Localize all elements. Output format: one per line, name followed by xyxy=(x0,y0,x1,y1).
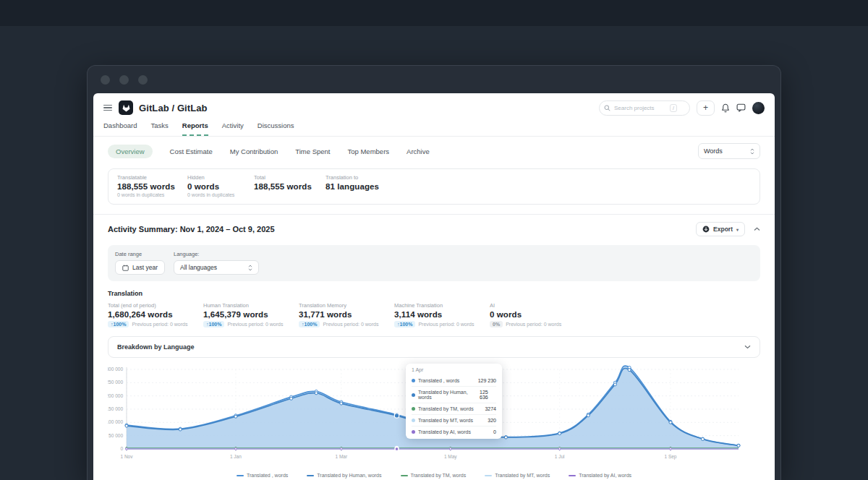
search-shortcut-key: / xyxy=(670,104,677,112)
stat-value: 3,114 words xyxy=(394,310,490,319)
export-button[interactable]: Export ▾ xyxy=(696,222,745,236)
stat-sub: 0 words in duplicates xyxy=(117,192,187,198)
report-subtabs-row: Overview Cost Estimate My Contribution T… xyxy=(93,137,775,159)
activity-summary-header: Activity Summary: Nov 1, 2024 – Oct 9, 2… xyxy=(93,215,775,236)
translation-stats-section: Translation Total (end of period) 1,680,… xyxy=(93,281,775,327)
stat-value: 1,680,264 words xyxy=(108,310,203,319)
messages-button[interactable] xyxy=(736,103,746,112)
updown-chevron-icon xyxy=(750,148,754,155)
tooltip-label: Translated by MT, words xyxy=(418,418,473,423)
notifications-button[interactable] xyxy=(721,103,730,113)
search-input[interactable] xyxy=(614,105,666,111)
tooltip-label: Translated , words xyxy=(418,378,459,383)
unit-select-value: Words xyxy=(704,147,723,155)
breakdown-by-language-card[interactable]: Breakdown by Language xyxy=(108,336,760,358)
stat-label: Hidden xyxy=(187,174,254,181)
menu-icon[interactable] xyxy=(103,105,112,111)
series-dot xyxy=(412,379,415,382)
activity-summary-title: Activity Summary: Nov 1, 2024 – Oct 9, 2… xyxy=(108,225,275,233)
updown-chevron-icon xyxy=(248,265,252,271)
collapse-section-button[interactable] xyxy=(754,227,760,231)
stat-label: Translation to xyxy=(326,174,751,181)
subtab-time-spent[interactable]: Time Spent xyxy=(295,147,330,155)
previous-period: Previous period: 0 words xyxy=(132,322,187,327)
svg-text:1 May: 1 May xyxy=(444,454,457,460)
legend-dash-icon xyxy=(485,475,492,476)
legend-label: Translated , words xyxy=(247,473,288,478)
window-control-dot[interactable] xyxy=(119,75,129,85)
search-box[interactable]: / xyxy=(599,100,690,116)
date-range-button[interactable]: Last year xyxy=(115,260,165,275)
tooltip-value: 0 xyxy=(493,429,496,434)
legend-item[interactable]: Translated , words xyxy=(237,473,288,478)
stat-ai: AI 0 words 0% Previous period: 0 words xyxy=(490,302,760,327)
legend-dash-icon xyxy=(237,475,244,476)
stat-value: 1,645,379 words xyxy=(203,310,299,319)
subtab-cost-estimate[interactable]: Cost Estimate xyxy=(170,147,213,155)
project-title: GitLab / GitLab xyxy=(139,103,208,113)
svg-text:150 000: 150 000 xyxy=(108,406,123,411)
stat-total: Total 188,555 words xyxy=(254,174,326,198)
tab-dashboard[interactable]: Dashboard xyxy=(103,121,137,136)
avatar[interactable] xyxy=(752,102,765,114)
language-filter: Language: All languages xyxy=(174,251,259,275)
stat-hidden: Hidden 0 words 0 words in duplicates xyxy=(187,174,254,198)
translation-stats-row: Total (end of period) 1,680,264 words ↑1… xyxy=(108,302,760,327)
svg-text:100 000: 100 000 xyxy=(108,419,123,424)
tooltip-value: 129 230 xyxy=(478,378,496,383)
stat-total-end-of-period: Total (end of period) 1,680,264 words ↑1… xyxy=(108,302,203,327)
tooltip-value: 320 xyxy=(488,418,496,423)
stat-value: 188,555 words xyxy=(254,182,326,191)
unit-select[interactable]: Words xyxy=(698,143,760,159)
svg-text:200 000: 200 000 xyxy=(108,393,123,398)
tab-discussions[interactable]: Discussions xyxy=(258,121,294,136)
legend-item[interactable]: Translated by AI, words xyxy=(569,473,631,478)
window-titlebar xyxy=(88,66,780,93)
tanuki-icon xyxy=(122,103,131,112)
breakdown-title: Breakdown by Language xyxy=(117,343,195,351)
stat-value: 188,555 words xyxy=(117,182,187,191)
stat-sub xyxy=(254,192,326,198)
tooltip-row: Translated by MT, words 320 xyxy=(412,414,496,426)
language-label: Language: xyxy=(174,251,259,257)
subtab-my-contribution[interactable]: My Contribution xyxy=(230,147,278,155)
window-control-dot[interactable] xyxy=(138,75,148,85)
download-icon xyxy=(702,226,710,233)
svg-text:300 000: 300 000 xyxy=(108,367,123,372)
window-control-dot[interactable] xyxy=(101,75,110,85)
trend-badge: 0% xyxy=(490,321,503,327)
gitlab-logo[interactable] xyxy=(119,100,133,115)
subtab-top-members[interactable]: Top Members xyxy=(348,147,390,155)
tooltip-row: Translated by TM, words 3274 xyxy=(412,403,496,414)
tab-activity[interactable]: Activity xyxy=(222,121,244,136)
primary-tabs: Dashboard Tasks Reports Activity Discuss… xyxy=(93,116,775,137)
stat-translatable: Translatable 188,555 words 0 words in du… xyxy=(117,174,187,198)
legend-item[interactable]: Translated by TM, words xyxy=(401,473,467,478)
add-button[interactable]: + xyxy=(697,100,715,116)
header-actions: / + xyxy=(599,100,765,116)
app-page: GitLab / GitLab / + xyxy=(93,93,775,480)
chevron-up-icon xyxy=(754,227,760,231)
language-select[interactable]: All languages xyxy=(174,260,259,275)
chart-tooltip: 1 Apr Translated , words 129 230 Transla… xyxy=(406,364,502,439)
subtab-overview[interactable]: Overview xyxy=(108,145,153,158)
stat-label: Total xyxy=(254,174,326,181)
desktop-background-top xyxy=(0,0,868,26)
stat-label: Translation Memory xyxy=(299,302,394,309)
svg-text:0: 0 xyxy=(120,446,123,451)
legend-label: Translated by AI, words xyxy=(579,473,631,478)
svg-text:1 Nov: 1 Nov xyxy=(121,454,134,459)
legend-item[interactable]: Translated by MT, words xyxy=(485,473,550,478)
svg-text:1 Jul: 1 Jul xyxy=(555,454,565,459)
stat-label: Translatable xyxy=(117,174,187,181)
stat-sub: 0 words in duplicates xyxy=(187,192,254,198)
svg-text:50 000: 50 000 xyxy=(109,433,123,438)
legend-item[interactable]: Translated by Human, words xyxy=(307,473,381,478)
chat-icon xyxy=(736,103,746,112)
tooltip-date: 1 Apr xyxy=(412,367,496,375)
tab-tasks[interactable]: Tasks xyxy=(150,121,168,136)
tab-reports[interactable]: Reports xyxy=(182,121,208,136)
app-header: GitLab / GitLab / + xyxy=(93,93,775,116)
subtab-archive[interactable]: Archive xyxy=(407,147,430,155)
activity-chart: 300 000250 000200 000150 000100 00050 00… xyxy=(108,364,760,478)
